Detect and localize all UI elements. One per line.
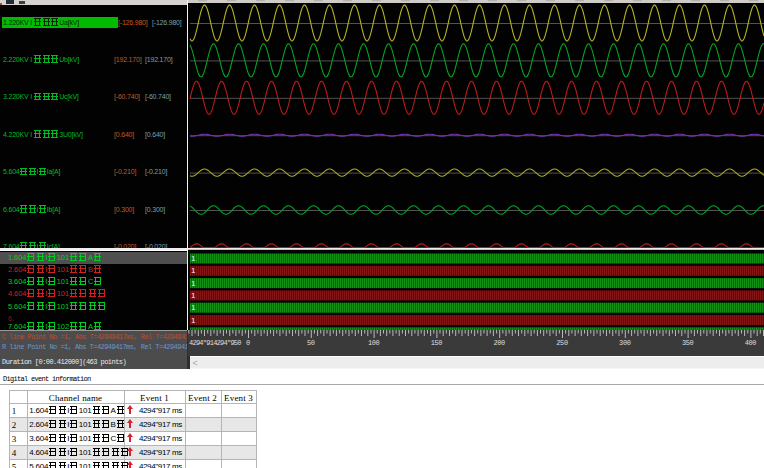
svg-text:0: 0: [246, 339, 250, 347]
svg-text:1: 1: [191, 279, 196, 288]
svg-text:1: 1: [191, 291, 196, 300]
svg-text:4294"914294"950: 4294"914294"950: [189, 339, 241, 347]
svg-text:1: 1: [191, 316, 196, 325]
svg-text:150: 150: [431, 339, 443, 347]
svg-text:100: 100: [368, 339, 380, 347]
svg-text:50: 50: [307, 339, 315, 347]
svg-text:250: 250: [556, 339, 568, 347]
svg-text:400: 400: [745, 339, 757, 347]
svg-text:1: 1: [191, 266, 196, 275]
svg-text:200: 200: [493, 339, 505, 347]
svg-text:1: 1: [191, 303, 196, 312]
svg-text:<: <: [193, 358, 198, 368]
svg-text:1: 1: [191, 254, 196, 263]
svg-text:350: 350: [682, 339, 694, 347]
svg-text:300: 300: [619, 339, 631, 347]
